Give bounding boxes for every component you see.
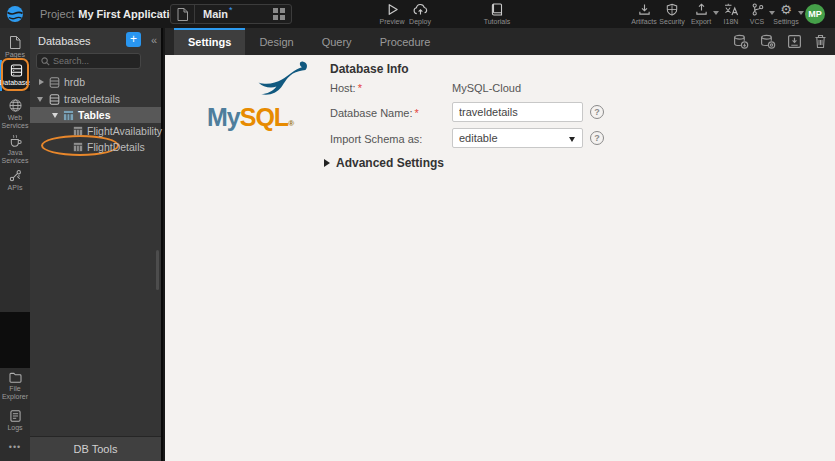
- deploy-button[interactable]: Deploy: [400, 3, 440, 25]
- tree-node-label: hrdb: [64, 76, 85, 88]
- database-icon: [10, 64, 23, 77]
- save-icon[interactable]: [787, 34, 802, 49]
- left-icon-sidebar: Pages Databases Web Services: [0, 28, 30, 461]
- settings-caret-icon: [798, 11, 804, 15]
- project-name: My First Application: [78, 8, 183, 20]
- db-toolbar: [733, 28, 827, 55]
- panel-title: Databases: [38, 35, 91, 47]
- tutorials-button[interactable]: Tutorials: [477, 3, 517, 25]
- tab-procedure[interactable]: Procedure: [366, 28, 445, 55]
- db-name-label: Database Name:*: [330, 107, 419, 119]
- studio-window: Project My First Application › Main * Pr…: [0, 0, 835, 461]
- expander-collapsed-icon[interactable]: [39, 79, 44, 85]
- required-marker: *: [415, 107, 419, 119]
- tab-settings[interactable]: Settings: [174, 28, 245, 55]
- panel-scrollbar[interactable]: [156, 250, 159, 290]
- log-file-icon: [10, 410, 21, 422]
- wavemaker-logo-icon: [6, 5, 24, 23]
- add-database-button[interactable]: +: [126, 32, 141, 47]
- top-bar: Project My First Application › Main * Pr…: [0, 0, 835, 28]
- db-name-help-icon[interactable]: ?: [590, 105, 604, 119]
- collapse-panel-button[interactable]: «: [151, 34, 157, 46]
- select-caret-icon: [569, 137, 575, 142]
- host-label: Host:*: [330, 82, 362, 94]
- expander-collapsed-icon: [324, 159, 330, 167]
- vcs-label: VCS: [750, 18, 764, 25]
- registered-mark: ®: [288, 119, 294, 128]
- sidebar-item-label: Logs: [7, 424, 22, 432]
- tables-folder-icon: [63, 110, 74, 121]
- project-breadcrumb: Project My First Application: [40, 0, 183, 28]
- download-tray-icon: [638, 3, 651, 16]
- sidebar-item-label: Web Services: [0, 114, 30, 131]
- sidebar-item-databases[interactable]: Databases: [0, 60, 30, 91]
- tree-node-tables[interactable]: Tables: [30, 107, 161, 123]
- deploy-label: Deploy: [409, 18, 431, 25]
- sidebar-item-logs[interactable]: Logs: [0, 406, 30, 436]
- import-schema-help-icon[interactable]: ?: [590, 131, 604, 145]
- tutorials-label: Tutorials: [484, 18, 511, 25]
- tab-query[interactable]: Query: [308, 28, 366, 55]
- sidebar-item-label: APIs: [8, 184, 23, 192]
- settings-label: Settings: [773, 18, 798, 25]
- update-db-icon[interactable]: [733, 34, 748, 49]
- api-nodes-icon: [9, 169, 22, 182]
- search-icon: [41, 57, 50, 66]
- sidebar-item-file-explorer[interactable]: File Explorer: [0, 368, 30, 406]
- mysql-logo: MySQL®: [207, 60, 319, 130]
- tree-node-label: Tables: [78, 109, 110, 121]
- upload-tray-icon: [695, 3, 708, 16]
- import-schema-label: Import Schema as:: [330, 133, 422, 145]
- expander-expanded-icon[interactable]: [37, 97, 43, 102]
- user-avatar[interactable]: MP: [805, 4, 825, 24]
- reimport-db-icon[interactable]: [760, 34, 775, 49]
- db-name-input[interactable]: [452, 102, 583, 122]
- tree-node-label: FlightAvailability: [87, 125, 162, 137]
- sidebar-item-label: File Explorer: [0, 385, 30, 402]
- git-branch-icon: [751, 3, 764, 16]
- import-schema-select[interactable]: editable: [452, 128, 583, 148]
- tree-node-flightdetails[interactable]: FlightDetails: [30, 139, 161, 155]
- tab-bar: Settings Design Query Procedure: [165, 28, 835, 55]
- table-icon: [73, 142, 83, 152]
- db-tools-button[interactable]: DB Tools: [30, 436, 161, 461]
- page-selector[interactable]: Main *: [170, 4, 292, 24]
- page-icon: [171, 5, 195, 23]
- sidebar-item-more[interactable]: •••: [0, 436, 30, 457]
- tab-design[interactable]: Design: [245, 28, 307, 55]
- delete-icon[interactable]: [814, 34, 827, 49]
- tree-node-flightavailability[interactable]: FlightAvailability: [30, 123, 161, 139]
- sidebar-item-java-services[interactable]: Java Services: [0, 130, 30, 170]
- databases-panel: Databases + « hrdb traveldetails: [30, 28, 163, 461]
- tree-node-hrdb[interactable]: hrdb: [30, 74, 161, 90]
- sidebar-item-apis[interactable]: APIs: [0, 165, 30, 196]
- globe-icon: [9, 99, 22, 112]
- sidebar-spacer-block: [0, 312, 30, 368]
- sidebar-item-pages[interactable]: Pages: [0, 32, 30, 63]
- sidebar-item-label: Java Services: [0, 149, 30, 166]
- panel-search[interactable]: [36, 53, 141, 69]
- more-dots-icon: •••: [9, 442, 21, 453]
- shield-icon: [666, 3, 678, 16]
- pages-grid-icon[interactable]: [273, 8, 285, 20]
- tree-node-label: FlightDetails: [87, 141, 145, 153]
- section-title: Database Info: [330, 62, 409, 76]
- sidebar-item-web-services[interactable]: Web Services: [0, 95, 30, 135]
- settings-button[interactable]: ⚙ Settings: [766, 3, 806, 25]
- breadcrumb-chevron-icon: ›: [157, 6, 161, 20]
- unsaved-marker: *: [229, 5, 233, 15]
- app-logo[interactable]: [0, 0, 30, 28]
- sidebar-item-label: Databases: [0, 79, 33, 87]
- search-input[interactable]: [53, 56, 136, 66]
- advanced-settings-label: Advanced Settings: [336, 156, 444, 170]
- tree-node-traveldetails[interactable]: traveldetails: [30, 91, 161, 107]
- expander-expanded-icon[interactable]: [52, 113, 58, 118]
- mysql-dolphin-icon: [253, 60, 315, 102]
- host-value: MySQL-Cloud: [452, 82, 521, 94]
- page-icon: [9, 36, 21, 49]
- database-node-icon: [49, 94, 60, 105]
- gear-icon: ⚙: [780, 3, 792, 16]
- project-label: Project: [40, 8, 74, 20]
- advanced-settings-toggle[interactable]: Advanced Settings: [324, 156, 444, 170]
- sidebar-item-label: Pages: [5, 51, 25, 59]
